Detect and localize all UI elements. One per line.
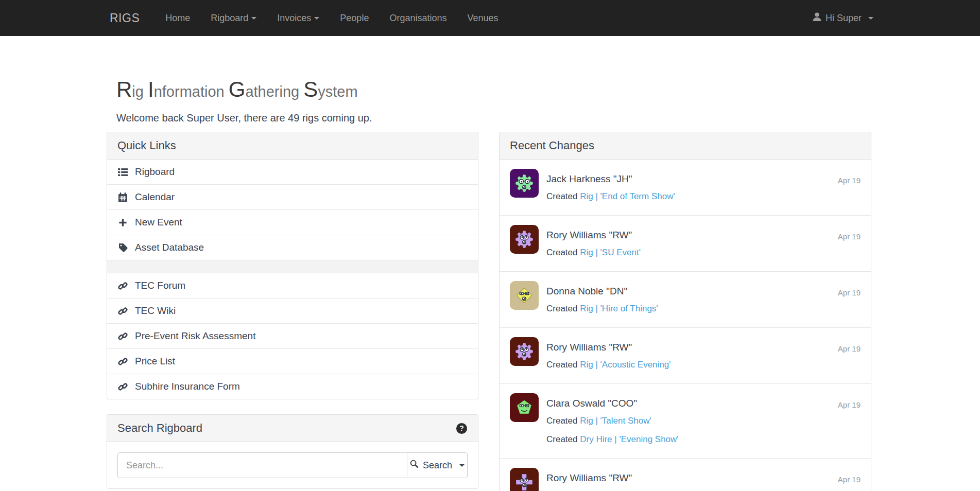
- entry-action: Created Rig | 'Acoustic Evening': [546, 360, 861, 370]
- nav-item-organisations[interactable]: Organisations: [379, 0, 457, 36]
- navbar: RIGS HomeRigboardInvoicesPeopleOrganisat…: [0, 0, 980, 36]
- entry-action: Created Dry Hire | 'Evening Show': [546, 434, 861, 445]
- action-prefix: Created: [546, 248, 577, 257]
- quick-link-new-event[interactable]: New Event: [107, 209, 478, 235]
- action-link[interactable]: Rig | 'Talent Show': [580, 416, 651, 426]
- user-avatar[interactable]: [510, 169, 539, 198]
- link-icon: [117, 382, 128, 392]
- user-menu[interactable]: Hi Super: [812, 12, 873, 24]
- quick-link-label: TEC Wiki: [135, 305, 176, 317]
- search-panel-title: Search Rigboard: [117, 422, 202, 435]
- quick-link-label: Price List: [135, 356, 175, 367]
- quick-link-tec-wiki[interactable]: TEC Wiki: [107, 298, 478, 323]
- quick-link-label: Rigboard: [135, 166, 175, 178]
- link-icon: [117, 331, 128, 341]
- quick-link-pre-event-risk-assessment[interactable]: Pre-Event Risk Assessment: [107, 323, 478, 348]
- user-icon: [812, 12, 822, 24]
- search-rigboard-panel: Search Rigboard ? Search: [107, 414, 478, 489]
- svg-text:?: ?: [459, 424, 463, 432]
- action-link[interactable]: Rig | 'Hire of Things': [580, 304, 658, 313]
- quick-link-label: TEC Forum: [135, 280, 185, 291]
- user-avatar[interactable]: [510, 393, 539, 422]
- quick-link-rigboard[interactable]: Rigboard: [107, 160, 478, 184]
- title-rest: ystem: [318, 83, 357, 100]
- user-avatar[interactable]: [510, 337, 539, 366]
- caret-down-icon: [251, 17, 256, 20]
- action-prefix: Created: [546, 434, 577, 444]
- user-avatar[interactable]: [510, 468, 539, 491]
- recent-change-row: Jack Harkness "JH" Created Rig | 'End of…: [500, 160, 871, 215]
- action-link[interactable]: Rig | 'SU Event': [580, 248, 641, 257]
- title-initial: R: [116, 77, 132, 101]
- search-button-label: Search: [423, 460, 452, 471]
- nav-item-invoices[interactable]: Invoices: [267, 0, 330, 36]
- entry-action: Created Rig | 'Talent Show': [546, 416, 861, 426]
- entry-name: Clara Oswald "COO": [546, 398, 861, 409]
- action-link[interactable]: Rig | 'Acoustic Evening': [580, 360, 670, 370]
- entry-name: Rory Williams "RW": [546, 342, 861, 353]
- quick-link-asset-database[interactable]: Asset Database: [107, 235, 478, 260]
- title-rest: nformation: [154, 83, 225, 100]
- entry-date: Apr 19: [838, 475, 861, 484]
- entry-name: Donna Noble "DN": [546, 286, 861, 297]
- nav-item-venues[interactable]: Venues: [457, 0, 508, 36]
- caret-down-icon: [868, 17, 873, 20]
- quick-link-price-list[interactable]: Price List: [107, 348, 478, 374]
- recent-change-row: Rory Williams "RW" Apr 19: [500, 458, 871, 491]
- title-initial: S: [303, 77, 318, 101]
- caret-down-icon: [314, 17, 319, 20]
- recent-change-row: Rory Williams "RW" Created Rig | 'Acoust…: [500, 327, 871, 383]
- recent-change-row: Donna Noble "DN" Created Rig | 'Hire of …: [500, 271, 871, 327]
- action-link[interactable]: Rig | 'End of Term Show': [580, 191, 675, 201]
- entry-date: Apr 19: [838, 232, 861, 241]
- entry-date: Apr 19: [838, 344, 861, 353]
- action-prefix: Created: [546, 191, 577, 201]
- title-initial: I: [148, 77, 154, 101]
- quick-link-label: Calendar: [135, 191, 175, 203]
- search-button[interactable]: Search: [407, 452, 468, 478]
- tag-icon: [117, 243, 128, 252]
- caret-down-icon: [459, 464, 465, 467]
- link-icon: [117, 357, 128, 366]
- quick-link-label: Asset Database: [135, 242, 204, 253]
- link-icon: [117, 281, 128, 291]
- search-input-group: Search: [117, 452, 468, 478]
- recent-change-row: Rory Williams "RW" Created Rig | 'SU Eve…: [500, 215, 871, 271]
- nav-item-home[interactable]: Home: [155, 0, 200, 36]
- nav-items: HomeRigboardInvoicesPeopleOrganisationsV…: [155, 0, 508, 36]
- brand-logo[interactable]: RIGS: [107, 11, 143, 25]
- title-rest: athering: [245, 83, 299, 100]
- recent-change-row: Clara Oswald "COO" Created Rig | 'Talent…: [500, 383, 871, 458]
- link-icon: [117, 306, 128, 316]
- help-icon[interactable]: ?: [456, 423, 468, 434]
- page-title: Rig Information Gathering System: [107, 36, 873, 102]
- search-input[interactable]: [117, 452, 407, 478]
- action-prefix: Created: [546, 360, 577, 370]
- entry-date: Apr 19: [838, 400, 861, 409]
- title-initial: G: [229, 77, 246, 101]
- action-link[interactable]: Dry Hire | 'Evening Show': [580, 434, 678, 444]
- quick-links-title: Quick Links: [107, 132, 478, 160]
- entry-action: Created Rig | 'End of Term Show': [546, 191, 861, 202]
- action-prefix: Created: [546, 304, 577, 313]
- plus-icon: [117, 218, 128, 227]
- entry-action: Created Rig | 'SU Event': [546, 248, 861, 258]
- user-menu-label: Hi Super: [826, 13, 862, 24]
- calendar-icon: [117, 192, 128, 202]
- user-avatar[interactable]: [510, 225, 539, 254]
- recent-changes-title: Recent Changes: [500, 132, 871, 160]
- nav-item-rigboard[interactable]: Rigboard: [200, 0, 267, 36]
- user-avatar[interactable]: [510, 281, 539, 310]
- quick-link-label: Subhire Insurance Form: [135, 381, 240, 392]
- welcome-message: Welcome back Super User, there are 49 ri…: [116, 112, 873, 124]
- nav-item-people[interactable]: People: [330, 0, 379, 36]
- entry-date: Apr 19: [838, 176, 861, 185]
- entry-name: Rory Williams "RW": [546, 472, 861, 484]
- quick-link-tec-forum[interactable]: TEC Forum: [107, 273, 478, 298]
- quick-link-calendar[interactable]: Calendar: [107, 184, 478, 209]
- quick-link-subhire-insurance-form[interactable]: Subhire Insurance Form: [107, 374, 478, 399]
- quick-links-panel: Quick Links Rigboard Calendar New Event …: [107, 132, 478, 399]
- entry-name: Jack Harkness "JH": [546, 173, 861, 185]
- list-separator: [107, 260, 478, 273]
- list-icon: [117, 167, 128, 177]
